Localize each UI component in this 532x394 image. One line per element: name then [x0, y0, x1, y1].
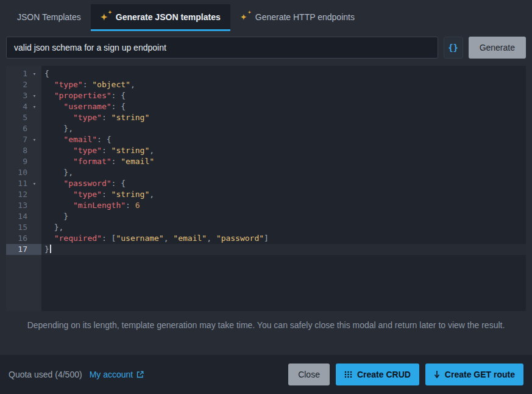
editor-line[interactable]: 14 } [6, 211, 526, 222]
line-gutter: 14 [6, 211, 41, 222]
editor-line[interactable]: 1▾{ [6, 68, 526, 79]
line-number: 14 [6, 211, 29, 222]
tab-generate-json-templates[interactable]: ✦✦ Generate JSON templates [91, 4, 230, 31]
sparkles-icon: ✦✦ [101, 13, 110, 21]
sparkles-icon: ✦✦ [240, 13, 250, 21]
editor-line[interactable]: 10 }, [6, 167, 526, 178]
tab-label: Generate HTTP endpoints [255, 12, 355, 22]
editor-line[interactable]: 6 }, [6, 123, 526, 134]
modal-hint-text: Depending on its length, template genera… [4, 311, 528, 332]
line-number: 13 [6, 200, 29, 211]
editor-line[interactable]: 12 "type": "string", [6, 189, 526, 200]
editor-line[interactable]: 4▾ "username": { [6, 101, 526, 112]
editor-line[interactable]: 16 "required": ["username", "email", "pa… [6, 233, 526, 244]
line-number: 6 [6, 123, 29, 134]
line-gutter: 12 [6, 189, 41, 200]
editor-line[interactable]: 13 "minLength": 6 [6, 200, 526, 211]
line-number: 17 [6, 244, 29, 255]
code-line-content: "password": { [41, 178, 526, 189]
code-line-content: "type": "string", [41, 145, 526, 156]
editor-line[interactable]: 5 "type": "string" [6, 112, 526, 123]
editor-line[interactable]: 8 "type": "string", [6, 145, 526, 156]
line-gutter: 5 [6, 112, 41, 123]
line-gutter: 1▾ [6, 68, 41, 79]
tab-bar: JSON Templates ✦✦ Generate JSON template… [0, 0, 532, 35]
line-number: 12 [6, 189, 29, 200]
fold-spacer [29, 156, 40, 167]
editor-line[interactable]: 15 }, [6, 222, 526, 233]
close-button[interactable]: Close [288, 364, 330, 385]
prompt-input[interactable] [6, 37, 438, 59]
fold-spacer [29, 145, 40, 156]
my-account-label: My account [90, 370, 133, 379]
line-number: 16 [6, 233, 29, 244]
fold-spacer [29, 222, 40, 233]
line-number: 3 [6, 90, 29, 101]
line-number: 4 [6, 101, 29, 112]
line-number: 7 [6, 134, 29, 145]
grid-dots-icon [344, 371, 352, 378]
code-line-content: "type": "string", [41, 189, 526, 200]
fold-arrow-icon[interactable]: ▾ [29, 178, 40, 189]
fold-arrow-icon[interactable]: ▾ [29, 90, 40, 101]
external-link-icon [137, 371, 144, 378]
editor-line[interactable]: 11▾ "password": { [6, 178, 526, 189]
line-gutter: 15 [6, 222, 41, 233]
create-crud-button[interactable]: Create CRUD [336, 364, 419, 385]
fold-arrow-icon[interactable]: ▾ [29, 101, 40, 112]
fold-spacer [29, 233, 40, 244]
down-arrow-icon [434, 370, 440, 379]
generate-button[interactable]: Generate [469, 37, 526, 59]
code-line-content: "properties": { [41, 90, 526, 101]
fold-spacer [29, 189, 40, 200]
footer-right: Close Create CRUD Create GET route [288, 364, 523, 385]
fold-arrow-icon[interactable]: ▾ [29, 68, 40, 79]
code-braces-button[interactable]: {} [444, 37, 463, 59]
braces-icon: {} [448, 43, 458, 52]
footer-left: Quota used (4/500) My account [9, 370, 144, 379]
line-gutter: 9 [6, 156, 41, 167]
line-gutter: 11▾ [6, 178, 41, 189]
code-line-content: } [41, 244, 526, 255]
line-gutter: 3▾ [6, 90, 41, 101]
editor-line[interactable]: 7▾ "email": { [6, 134, 526, 145]
code-line-content: { [41, 68, 526, 79]
prompt-row: {} Generate [0, 35, 532, 63]
tab-json-templates[interactable]: JSON Templates [7, 4, 91, 31]
fold-spacer [29, 167, 40, 178]
generate-json-modal: JSON Templates ✦✦ Generate JSON template… [0, 0, 532, 394]
code-line-content: "username": { [41, 101, 526, 112]
code-line-content: }, [41, 167, 526, 178]
line-gutter: 16 [6, 233, 41, 244]
create-get-route-button[interactable]: Create GET route [425, 364, 523, 385]
line-gutter: 8 [6, 145, 41, 156]
editor-line[interactable]: 3▾ "properties": { [6, 90, 526, 101]
fold-spacer [29, 123, 40, 134]
code-line-content: "email": { [41, 134, 526, 145]
modal-footer: Quota used (4/500) My account Close Crea… [0, 355, 532, 394]
editor-line[interactable]: 2 "type": "object", [6, 79, 526, 90]
line-number: 10 [6, 167, 29, 178]
create-get-route-label: Create GET route [445, 370, 515, 379]
line-gutter: 17 [6, 244, 41, 255]
line-gutter: 10 [6, 167, 41, 178]
fold-spacer [29, 211, 40, 222]
line-number: 15 [6, 222, 29, 233]
json-editor[interactable]: 1▾{2 "type": "object",3▾ "properties": {… [6, 66, 526, 311]
line-gutter: 2 [6, 79, 41, 90]
line-number: 5 [6, 112, 29, 123]
tab-generate-http-endpoints[interactable]: ✦✦ Generate HTTP endpoints [230, 4, 364, 31]
code-line-content: "minLength": 6 [41, 200, 526, 211]
fold-spacer [29, 79, 40, 90]
quota-text: Quota used (4/500) [9, 370, 82, 379]
line-gutter: 4▾ [6, 101, 41, 112]
tab-label: Generate JSON templates [116, 12, 221, 22]
text-caret [50, 245, 51, 253]
my-account-link[interactable]: My account [90, 370, 144, 379]
editor-line[interactable]: 17} [6, 244, 526, 255]
editor-line[interactable]: 9 "format": "email" [6, 156, 526, 167]
line-number: 8 [6, 145, 29, 156]
code-line-content: "format": "email" [41, 156, 526, 167]
code-line-content: "type": "object", [41, 79, 526, 90]
fold-arrow-icon[interactable]: ▾ [29, 134, 40, 145]
